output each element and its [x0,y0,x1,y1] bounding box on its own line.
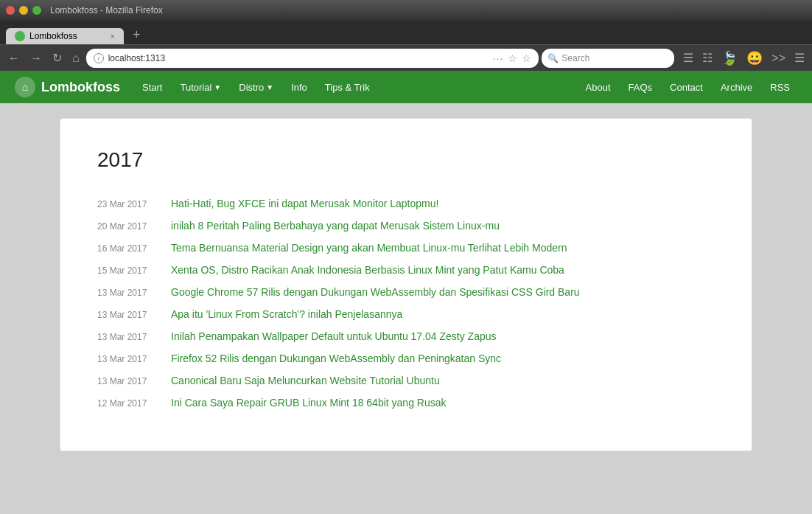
archive-date: 13 Mar 2017 [97,288,171,298]
archive-date: 12 Mar 2017 [97,398,171,409]
home-button[interactable]: ⌂ [69,50,83,66]
archive-date: 13 Mar 2017 [97,376,171,386]
nav-right: About FAQs Contact Archive RSS [578,76,797,99]
back-button[interactable]: ← [4,50,24,66]
site-logo-text: Lombokfoss [41,80,120,95]
reload-button[interactable]: ↻ [49,49,66,66]
nav-about[interactable]: About [578,76,618,99]
archive-link[interactable]: Inilah Penampakan Wallpaper Default untu… [171,330,497,342]
menu-icon[interactable]: ☰ [791,49,808,66]
archive-item: 13 Mar 2017Google Chrome 57 Rilis dengan… [97,281,715,303]
archive-link[interactable]: Google Chrome 57 Rilis dengan Dukungan W… [171,286,580,298]
nav-left: Start Tutorial ▼ Distro ▼ Info Tips & Tr… [135,76,377,99]
forward-button[interactable]: → [27,50,46,66]
more-icon[interactable]: ··· [493,52,504,64]
distro-dropdown-arrow: ▼ [266,83,273,91]
tab-close-button[interactable]: × [111,32,115,41]
site-logo[interactable]: ⌂ Lombokfoss [15,77,120,97]
window-titlebar: Lombokfoss - Mozilla Firefox [0,0,812,21]
archive-link[interactable]: Tema Bernuansa Material Design yang akan… [171,242,567,254]
archive-date: 13 Mar 2017 [97,354,171,364]
site-logo-icon: ⌂ [15,77,35,97]
maximize-button[interactable] [32,6,41,15]
search-placeholder: Search [561,53,589,63]
archive-item: 20 Mar 2017inilah 8 Peritah Paling Berba… [97,215,715,237]
tutorial-dropdown-arrow: ▼ [214,83,221,91]
archive-date: 13 Mar 2017 [97,332,171,342]
site-navbar: ⌂ Lombokfoss Start Tutorial ▼ Distro ▼ I… [0,71,812,103]
archive-item: 23 Mar 2017Hati-Hati, Bug XFCE ini dapat… [97,192,715,215]
active-tab[interactable]: Lombokfoss × [6,28,124,44]
search-icon: 🔍 [547,53,559,63]
archive-item: 13 Mar 2017Inilah Penampakan Wallpaper D… [97,325,715,347]
library-icon[interactable]: ☰ [680,49,696,66]
tab-label: Lombokfoss [29,31,77,41]
bookmark-star-icon[interactable]: ☆ [522,52,531,64]
archive-date: 13 Mar 2017 [97,310,171,320]
search-box[interactable]: 🔍 Search [542,49,674,68]
nav-tips[interactable]: Tips & Trik [318,76,377,99]
overflow-icon[interactable]: >> [769,50,788,66]
nav-archive[interactable]: Archive [713,76,760,99]
address-bar-row: ← → ↻ ⌂ i localhost:1313 ··· ☆ ☆ 🔍 Searc… [0,44,812,71]
window-title: Lombokfoss - Mozilla Firefox [50,5,163,15]
nav-faqs[interactable]: FAQs [621,76,660,99]
toolbar-icons: ☰ ☷ 🍃 😀 >> ☰ [680,49,808,68]
archive-date: 15 Mar 2017 [97,265,171,276]
sidebar-icon[interactable]: ☷ [699,49,715,66]
nav-rss[interactable]: RSS [763,76,797,99]
minimize-button[interactable] [19,6,28,15]
nav-contact[interactable]: Contact [662,76,710,99]
page-content: 2017 23 Mar 2017Hati-Hati, Bug XFCE ini … [0,103,812,472]
content-card: 2017 23 Mar 2017Hati-Hati, Bug XFCE ini … [60,118,752,451]
nav-start[interactable]: Start [135,76,169,99]
year-heading: 2017 [97,148,715,172]
archive-item: 16 Mar 2017Tema Bernuansa Material Desig… [97,237,715,259]
archive-item: 13 Mar 2017Apa itu 'Linux From Scratch'?… [97,303,715,325]
archive-link[interactable]: Hati-Hati, Bug XFCE ini dapat Merusak Mo… [171,198,438,209]
close-button[interactable] [6,6,15,15]
nav-info[interactable]: Info [284,76,315,99]
archive-item: 15 Mar 2017Xenta OS, Distro Racikan Anak… [97,259,715,281]
security-icon: i [94,53,104,63]
archive-date: 20 Mar 2017 [97,221,171,232]
reader-mode-icon: ☆ [508,52,517,64]
archive-date: 23 Mar 2017 [97,199,171,209]
tab-bar: Lombokfoss × + [0,21,812,44]
new-tab-button[interactable]: + [127,26,147,44]
emoji-icon[interactable]: 😀 [743,49,766,68]
firefox-icon[interactable]: 🍃 [718,49,741,68]
archive-link[interactable]: Ini Cara Saya Repair GRUB Linux Mint 18 … [171,397,447,409]
url-text: localhost:1313 [108,53,489,63]
archive-link[interactable]: Xenta OS, Distro Racikan Anak Indonesia … [171,264,564,276]
address-bar[interactable]: i localhost:1313 ··· ☆ ☆ [86,49,539,68]
archive-link[interactable]: Apa itu 'Linux From Scratch'? inilah Pen… [171,308,402,320]
archive-link[interactable]: Firefox 52 Rilis dengan Dukungan WebAsse… [171,352,501,364]
archive-item: 13 Mar 2017Firefox 52 Rilis dengan Dukun… [97,347,715,369]
archive-item: 13 Mar 2017Canonical Baru Saja Meluncurk… [97,369,715,392]
archive-list: 23 Mar 2017Hati-Hati, Bug XFCE ini dapat… [97,192,715,414]
archive-link[interactable]: Canonical Baru Saja Meluncurkan Website … [171,375,440,386]
tab-favicon [15,31,25,41]
nav-tutorial[interactable]: Tutorial ▼ [172,76,228,99]
archive-link[interactable]: inilah 8 Peritah Paling Berbahaya yang d… [171,220,500,232]
archive-date: 16 Mar 2017 [97,243,171,254]
archive-item: 12 Mar 2017Ini Cara Saya Repair GRUB Lin… [97,392,715,414]
nav-distro[interactable]: Distro ▼ [231,76,281,99]
